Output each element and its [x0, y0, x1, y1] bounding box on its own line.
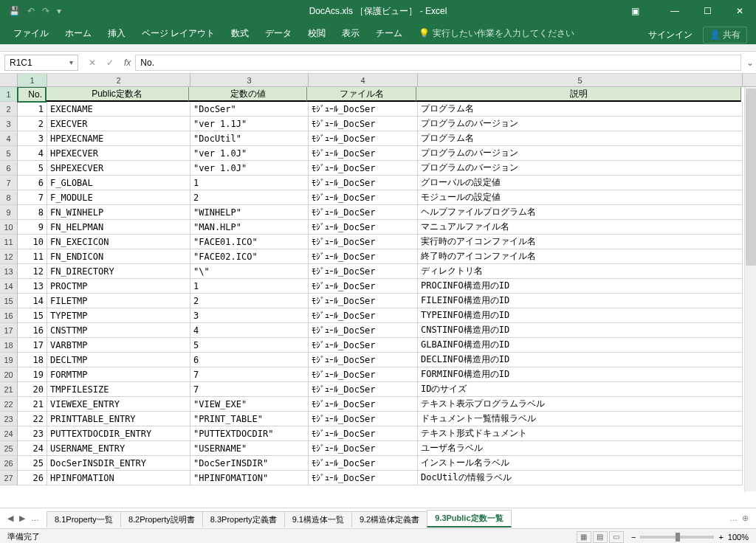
- cell-name[interactable]: SHPEXECVER: [47, 161, 190, 176]
- cell-file[interactable]: ﾓｼﾞｭｰﾙ_DocSer: [309, 205, 418, 220]
- cell-value[interactable]: 6: [190, 353, 309, 367]
- cell-value[interactable]: "ver 1.0J": [190, 146, 309, 161]
- cell-desc[interactable]: モジュールの設定値: [418, 190, 743, 205]
- cell-no[interactable]: 6: [18, 176, 47, 190]
- cell-value[interactable]: "USERNAME": [190, 441, 309, 456]
- cell-file[interactable]: ﾓｼﾞｭｰﾙ_DocSer: [309, 161, 418, 176]
- col-header-2[interactable]: 2: [47, 74, 190, 86]
- signin-link[interactable]: サインイン: [648, 29, 693, 41]
- zoom-out-icon[interactable]: −: [631, 533, 636, 542]
- row-header[interactable]: 24: [0, 426, 18, 441]
- cell-no[interactable]: 26: [18, 471, 47, 485]
- enter-formula-icon[interactable]: ✓: [106, 58, 114, 68]
- cell-desc[interactable]: ディレクトリ名: [418, 264, 743, 279]
- cell-value[interactable]: "ver 1.0J": [190, 161, 309, 176]
- sheet-tab[interactable]: 8.3Property定義書: [202, 511, 285, 528]
- cell-value[interactable]: "VIEW_EXE": [190, 397, 309, 412]
- row-header[interactable]: 1: [0, 87, 18, 102]
- cell-desc[interactable]: プログラムのバージョン: [418, 117, 743, 131]
- cell-desc[interactable]: グローバルの設定値: [418, 176, 743, 190]
- row-header[interactable]: 11: [0, 235, 18, 249]
- cell-no[interactable]: 14: [18, 294, 47, 308]
- cell-desc[interactable]: IDのサイズ: [418, 382, 743, 397]
- cell-value[interactable]: "DocSerINSDIR": [190, 456, 309, 471]
- row-header[interactable]: 16: [0, 308, 18, 323]
- cell-file[interactable]: ﾓｼﾞｭｰﾙ_DocSer: [309, 294, 418, 308]
- zoom-slider[interactable]: [640, 536, 714, 539]
- cell-name[interactable]: PROCTMP: [47, 279, 190, 294]
- cell-name[interactable]: FN_HELPMAN: [47, 220, 190, 235]
- cell-name[interactable]: FN_ENDICON: [47, 249, 190, 264]
- row-header[interactable]: 14: [0, 279, 18, 294]
- cell-file[interactable]: ﾓｼﾞｭｰﾙ_DocSer: [309, 146, 418, 161]
- save-icon[interactable]: 💾: [9, 6, 20, 16]
- cell-no[interactable]: 12: [18, 264, 47, 279]
- row-header[interactable]: 23: [0, 412, 18, 426]
- row-header[interactable]: 15: [0, 294, 18, 308]
- row-header[interactable]: 17: [0, 323, 18, 338]
- zoom-in-icon[interactable]: +: [718, 533, 723, 542]
- header-file[interactable]: ファイル名: [307, 87, 416, 102]
- cell-name[interactable]: TMPFILESIZE: [47, 382, 190, 397]
- cell-desc[interactable]: DECLINFO構造用のID: [418, 353, 743, 367]
- cell-file[interactable]: ﾓｼﾞｭｰﾙ_DocSer: [309, 441, 418, 456]
- cell-value[interactable]: 2: [190, 294, 309, 308]
- cell-value[interactable]: 7: [190, 382, 309, 397]
- cell-name[interactable]: EXECVER: [47, 117, 190, 131]
- col-header-5[interactable]: 5: [418, 74, 743, 86]
- cell-no[interactable]: 23: [18, 426, 47, 441]
- col-header-1[interactable]: 1: [18, 74, 47, 86]
- cell-no[interactable]: 5: [18, 161, 47, 176]
- cell-no[interactable]: 22: [18, 412, 47, 426]
- cell-value[interactable]: 3: [190, 308, 309, 323]
- cell-file[interactable]: ﾓｼﾞｭｰﾙ_DocSer: [309, 426, 418, 441]
- col-header-4[interactable]: 4: [309, 74, 418, 86]
- cell-file[interactable]: ﾓｼﾞｭｰﾙ_DocSer: [309, 235, 418, 249]
- row-header[interactable]: 26: [0, 456, 18, 471]
- cell-value[interactable]: "FACE01.ICO": [190, 235, 309, 249]
- row-header[interactable]: 22: [0, 397, 18, 412]
- cell-name[interactable]: FORMTMP: [47, 367, 190, 382]
- sheet-nav-next-icon[interactable]: ▶: [19, 513, 25, 523]
- cell-value[interactable]: "DocUtil": [190, 131, 309, 146]
- undo-icon[interactable]: ↶: [27, 6, 35, 16]
- cell-desc[interactable]: プログラム名: [418, 102, 743, 117]
- cell-file[interactable]: ﾓｼﾞｭｰﾙ_DocSer: [309, 176, 418, 190]
- ribbon-tab-home[interactable]: ホーム: [65, 27, 92, 40]
- ribbon-tab-review[interactable]: 校閲: [308, 27, 326, 40]
- cell-desc[interactable]: ユーザ名ラベル: [418, 441, 743, 456]
- ribbon-display-icon[interactable]: ▣: [619, 0, 651, 22]
- cell-desc[interactable]: 終了時のアイコンファイル名: [418, 249, 743, 264]
- cell-file[interactable]: ﾓｼﾞｭｰﾙ_DocSer: [309, 279, 418, 294]
- row-header[interactable]: 10: [0, 220, 18, 235]
- ribbon-tab-file[interactable]: ファイル: [13, 27, 49, 40]
- cell-name[interactable]: F_MODULE: [47, 190, 190, 205]
- row-header[interactable]: 4: [0, 131, 18, 146]
- cell-value[interactable]: "PUTTEXTDOCDIR": [190, 426, 309, 441]
- select-all-corner[interactable]: [0, 74, 18, 86]
- qat-more-icon[interactable]: ▾: [57, 6, 61, 16]
- cell-desc[interactable]: 実行時のアイコンファイル名: [418, 235, 743, 249]
- cell-file[interactable]: ﾓｼﾞｭｰﾙ_DocSer: [309, 397, 418, 412]
- zoom-thumb[interactable]: [676, 533, 680, 542]
- cell-file[interactable]: ﾓｼﾞｭｰﾙ_DocSer: [309, 367, 418, 382]
- row-header[interactable]: 6: [0, 161, 18, 176]
- ribbon-tab-pagelayout[interactable]: ページ レイアウト: [142, 27, 215, 40]
- cell-file[interactable]: ﾓｼﾞｭｰﾙ_DocSer: [309, 264, 418, 279]
- cell-no[interactable]: 24: [18, 441, 47, 456]
- cell-file[interactable]: ﾓｼﾞｭｰﾙ_DocSer: [309, 249, 418, 264]
- sheet-tab[interactable]: 8.2Property説明書: [120, 511, 203, 528]
- row-header[interactable]: 8: [0, 190, 18, 205]
- sheet-nav-more-icon[interactable]: …: [31, 513, 39, 523]
- cancel-formula-icon[interactable]: ✕: [89, 58, 96, 68]
- view-pagelayout-icon[interactable]: ▤: [593, 531, 608, 543]
- cell-no[interactable]: 1: [18, 102, 47, 117]
- cell-file[interactable]: ﾓｼﾞｭｰﾙ_DocSer: [309, 323, 418, 338]
- row-header[interactable]: 13: [0, 264, 18, 279]
- cell-name[interactable]: USERNAME_ENTRY: [47, 441, 190, 456]
- cell-file[interactable]: ﾓｼﾞｭｰﾙ_DocSer: [309, 412, 418, 426]
- cell-value[interactable]: 2: [190, 190, 309, 205]
- cell-desc[interactable]: DocUtilの情報ラベル: [418, 471, 743, 485]
- cell-no[interactable]: 9: [18, 220, 47, 235]
- cell-file[interactable]: ﾓｼﾞｭｰﾙ_DocSer: [309, 456, 418, 471]
